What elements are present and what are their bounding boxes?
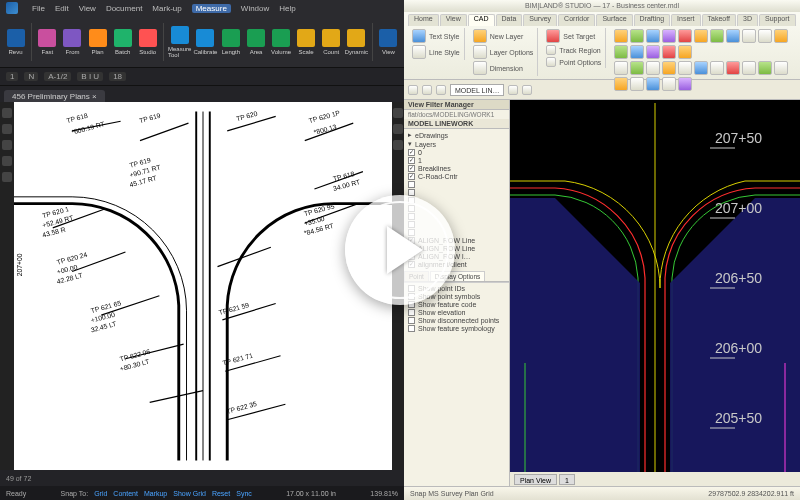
tool-icon[interactable] [614,29,628,43]
menu-help[interactable]: Help [279,4,295,13]
ribbon-scale[interactable]: Scale [295,21,318,63]
tool-icon[interactable] [742,61,756,75]
new-layer-icon[interactable] [473,29,487,43]
gutter-icon[interactable] [393,108,403,118]
qb-icon[interactable] [522,85,532,95]
qb-icon[interactable] [436,85,446,95]
tool-icon[interactable] [678,29,692,43]
ribbon-fast[interactable]: Fast [36,21,59,63]
tool-icon[interactable] [662,45,676,59]
tab-corridor[interactable]: Corridor [558,14,595,26]
tool-icon[interactable] [646,29,660,43]
tool-scale[interactable]: A-1/2 [44,72,71,81]
snap-markup[interactable]: Markup [144,490,167,497]
gutter-icon[interactable] [2,124,12,134]
ribbon-length[interactable]: Length [219,21,242,63]
tool-icon[interactable] [726,29,740,43]
ribbon-batch[interactable]: Batch [111,21,134,63]
page-indicator[interactable]: 49 of 72 [6,475,31,482]
tool-icon[interactable] [742,29,756,43]
qb-icon[interactable] [508,85,518,95]
point-options-icon[interactable] [546,57,556,67]
gutter-icon[interactable] [2,156,12,166]
tool-biu[interactable]: B I U [77,72,103,81]
tool-icon[interactable] [758,29,772,43]
ribbon-calibrate[interactable]: Calibrate [193,21,217,63]
layer-row[interactable]: Breaklines [408,165,505,173]
left-drawing-canvas[interactable]: TP 618 TP 619 *600.19 RT TP 620 TP 620 1… [14,102,392,470]
tool-icon[interactable] [678,77,692,91]
tool-icon[interactable] [694,29,708,43]
layer-combo[interactable]: MODEL LIN… [450,84,504,96]
layer-row[interactable]: C-Road-Cntr [408,173,505,181]
tool-size[interactable]: 18 [109,72,126,81]
tool-icon[interactable] [774,61,788,75]
tool-icon[interactable] [726,61,740,75]
menu-edit[interactable]: Edit [55,4,69,13]
menu-measure[interactable]: Measure [192,4,231,13]
snap-content[interactable]: Content [113,490,138,497]
ribbon-measure[interactable]: Measure Tool [168,21,191,63]
check-row[interactable]: Show elevation [408,309,505,317]
menu-window[interactable]: Window [241,4,269,13]
line-style-icon[interactable] [412,45,426,59]
tab-surface[interactable]: Surface [596,14,632,26]
tool-icon[interactable] [710,29,724,43]
check-row[interactable]: Show disconnected points [408,317,505,325]
tab-3d[interactable]: 3D [737,14,758,26]
tool-icon[interactable] [662,77,676,91]
tool-icon[interactable] [646,45,660,59]
layer-options-icon[interactable] [473,45,487,59]
snap-grid[interactable]: Grid [94,490,107,497]
layer-row[interactable]: 1 [408,157,505,165]
tab-view[interactable]: View [440,14,467,26]
ribbon-area[interactable]: Area [244,21,267,63]
right-model-viewport[interactable]: 207+50 207+00 206+50 206+00 205+50 Plan … [510,100,800,486]
snap-sync[interactable]: Sync [236,490,252,497]
tool-icon[interactable] [614,45,628,59]
tool-icon[interactable] [678,61,692,75]
check-row[interactable]: Show feature code [408,301,505,309]
qb-icon[interactable] [422,85,432,95]
menu-document[interactable]: Document [106,4,142,13]
tool-icon[interactable] [662,29,676,43]
ribbon-volume[interactable]: Volume [270,21,293,63]
tab-data[interactable]: Data [496,14,523,26]
tool-icon[interactable] [774,29,788,43]
tool-icon[interactable] [614,61,628,75]
menu-view[interactable]: View [79,4,96,13]
text-style-icon[interactable] [412,29,426,43]
tool-icon[interactable] [678,45,692,59]
ribbon-from[interactable]: From [61,21,84,63]
gutter-icon[interactable] [2,108,12,118]
qb-icon[interactable] [408,85,418,95]
gutter-icon[interactable] [393,140,403,150]
doc-tab[interactable]: 456 Preliminary Plans × [4,90,105,102]
ribbon-plan[interactable]: Plan [86,21,109,63]
ribbon-view[interactable]: View [377,21,400,63]
status-zoom[interactable]: 139.81% [370,490,398,497]
tab-home[interactable]: Home [408,14,439,26]
tool-icon[interactable] [630,29,644,43]
snap-reset[interactable]: Reset [212,490,230,497]
tool-font[interactable]: N [24,72,38,81]
gutter-icon[interactable] [2,140,12,150]
tool-icon[interactable] [630,77,644,91]
tool-icon[interactable] [694,61,708,75]
status-snap[interactable]: Snap MS Survey Plan Grid [410,490,494,497]
tab-survey[interactable]: Survey [523,14,557,26]
menu-markup[interactable]: Mark-up [152,4,181,13]
ribbon-studio[interactable]: Studio [136,21,159,63]
tool-icon[interactable] [758,61,772,75]
gutter-icon[interactable] [393,124,403,134]
tool-icon[interactable] [614,77,628,91]
snap-showgrid[interactable]: Show Grid [173,490,206,497]
layer-row[interactable] [408,181,505,189]
tool-icon[interactable] [630,61,644,75]
layer-row[interactable]: 0 [408,149,505,157]
tree-title[interactable]: MODEL LINEWORK [404,119,509,129]
tab-takeoff[interactable]: Takeoff [702,14,736,26]
set-target-icon[interactable] [546,29,560,43]
layer-row[interactable] [408,189,505,197]
tool-icon[interactable] [630,45,644,59]
